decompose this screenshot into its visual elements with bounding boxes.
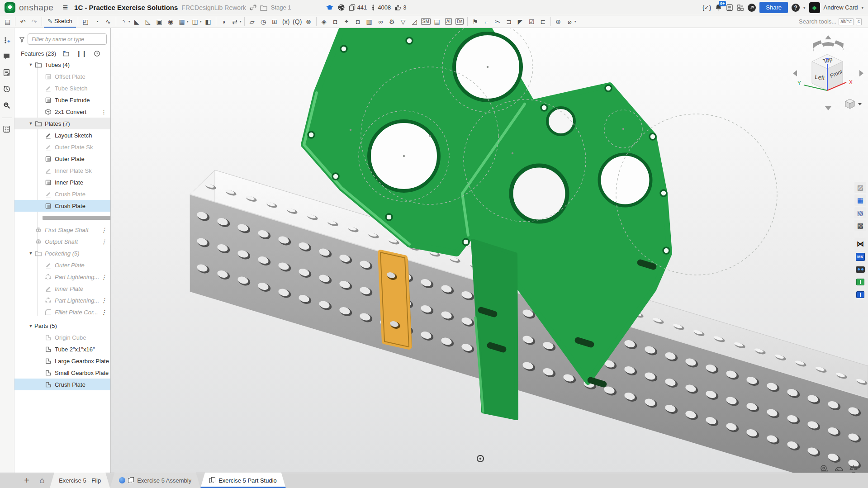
helix-icon[interactable]: ◷ [258, 16, 269, 27]
tasks-list-icon[interactable] [726, 4, 733, 11]
education-cap-icon[interactable] [326, 4, 334, 11]
history-icon[interactable] [3, 85, 12, 94]
app-store-grid-icon[interactable] [737, 4, 744, 11]
user-menu-caret-icon[interactable]: ▾ [861, 5, 863, 10]
sheet-metal-model-icon[interactable]: ⚑ [470, 16, 481, 27]
tree-item[interactable]: ▼Pocketing (5) [14, 247, 110, 259]
document-tab[interactable]: Exercise 5 Assembly [110, 473, 200, 488]
measure-icon[interactable]: ⌀ [564, 16, 575, 27]
tree-item[interactable]: Output Shaft⋮ [14, 236, 110, 247]
feature-list-panel-toggle-icon[interactable]: ▤ [2, 16, 13, 27]
flange-icon[interactable]: ⌐ [481, 16, 492, 27]
insert-feature-icon[interactable]: ⊕ [553, 16, 564, 27]
tree-item[interactable]: Large Gearbox Plate [14, 355, 110, 367]
tree-item[interactable]: Part Lightening...⋮ [14, 271, 110, 283]
tree-item[interactable]: Layout Sketch [14, 129, 110, 141]
mk-tool[interactable]: MK [854, 251, 866, 262]
robot-feature-b-icon[interactable]: ◘ [352, 16, 364, 27]
tree-item[interactable]: Outer Plate Sk [14, 141, 110, 153]
notifications-bell-icon[interactable]: 9+ [715, 4, 722, 11]
hole-icon[interactable]: ◉ [165, 16, 176, 27]
custom-cube-feature-icon[interactable]: ◈ [318, 16, 330, 27]
plane-icon[interactable]: ▱ [247, 16, 258, 27]
view-right-arrow[interactable] [859, 70, 863, 76]
tree-item[interactable]: Crush Plate [14, 188, 110, 200]
tree-item[interactable]: Small Gearbox Plate [14, 367, 110, 379]
public-globe-icon[interactable] [337, 4, 345, 11]
fillet-icon[interactable]: ◝ [118, 16, 129, 27]
document-tab[interactable]: Exercise 5 Part Studio [200, 473, 286, 488]
tree-item[interactable]: Inner Plate [14, 176, 110, 188]
feature-script-check-icon[interactable]: {✓} [702, 4, 711, 11]
ai-feature-icon[interactable]: Ai [443, 16, 454, 27]
pin-feature-icon[interactable]: ⌖ [341, 16, 352, 27]
filter-funnel-icon[interactable] [19, 36, 25, 43]
robot-tool[interactable] [854, 264, 866, 275]
tree-item[interactable]: Crush Plate [14, 379, 110, 390]
item-context-dots-icon[interactable]: ⋮ [101, 297, 107, 304]
linear-pattern-caret-icon[interactable]: ▾ [187, 19, 189, 24]
item-context-dots-icon[interactable]: ⋮ [101, 309, 107, 316]
tree-item[interactable]: Origin Cube [14, 332, 110, 343]
iso-view-cube-button[interactable] [845, 99, 854, 109]
onshape-logo-icon[interactable] [5, 2, 15, 13]
tree-chevron-icon[interactable]: ▼ [27, 251, 34, 256]
versions-history-icon[interactable] [3, 36, 12, 45]
tree-item[interactable]: ▼Plates (7) [14, 118, 110, 129]
sheet-check-icon[interactable]: ☑ [526, 16, 537, 27]
sheet-metal-sm-icon[interactable]: SM [420, 16, 432, 27]
rotate-right-arrow[interactable] [828, 40, 844, 52]
share-button[interactable]: Share [759, 2, 788, 13]
model-viewport[interactable]: Top Left Front Z X Y [111, 28, 868, 473]
transform-caret-icon[interactable]: ▾ [240, 19, 242, 24]
boolean-caret-icon[interactable]: ▾ [200, 19, 202, 24]
tree-item[interactable]: Fillet Plate Cor...⋮ [14, 306, 110, 318]
mirror-icon[interactable]: ◑ [218, 16, 229, 27]
tree-item[interactable]: 2x1 Convert⋮ [14, 106, 110, 118]
redo-icon[interactable]: ↷ [28, 16, 40, 27]
document-tab[interactable]: Exercise 5 - Flip [50, 473, 110, 488]
linear-pattern-icon[interactable]: ▦ [176, 16, 188, 27]
grid-robot-tool[interactable]: ▩ [854, 220, 866, 231]
comments-icon[interactable] [3, 52, 12, 62]
folder-icon[interactable] [260, 5, 267, 11]
blue-book-tool[interactable] [854, 289, 866, 300]
tree-item[interactable]: Tube 2"x1"x16" [14, 343, 110, 355]
derived-icon[interactable]: ⊞ [269, 16, 280, 27]
plate-feature-icon[interactable]: ▥ [364, 16, 375, 27]
tree-chevron-icon[interactable]: ▼ [27, 324, 34, 328]
sweep-icon[interactable]: ∿ [103, 16, 114, 27]
transform-icon[interactable]: ⇄ [229, 16, 241, 27]
rollback-bar[interactable] [43, 216, 111, 220]
document-title[interactable]: 1C - Practice Exercise Solutions [74, 4, 178, 11]
view-down-arrow[interactable] [825, 106, 831, 110]
tree-item[interactable]: Inner Plate [14, 283, 110, 294]
toolbar-search[interactable]: Search tools...alt/⌥c [799, 18, 862, 25]
item-context-dots-icon[interactable]: ⋮ [101, 238, 107, 245]
add-tab-button[interactable]: + [19, 473, 34, 488]
chamfer-icon[interactable]: ◣ [131, 16, 142, 27]
tree-item[interactable]: Tube Sketch [14, 82, 110, 94]
tree-item[interactable]: Crush Plate [14, 200, 110, 212]
help-caret-icon[interactable]: ▾ [803, 5, 806, 10]
ds-feature-icon[interactable]: Ds [454, 16, 465, 27]
revolve-icon[interactable]: ◔ [91, 16, 103, 27]
link-icon[interactable] [250, 4, 256, 11]
split-icon[interactable]: ◧ [203, 16, 214, 27]
film-feature-icon[interactable]: ▤ [432, 16, 443, 27]
grid-cube-tool[interactable]: ▦ [854, 194, 866, 206]
search-in-document-icon[interactable] [3, 101, 12, 110]
main-menu-icon[interactable]: ≡ [60, 2, 71, 13]
filter-feature-icon[interactable]: ▽ [398, 16, 409, 27]
sheet-cut-icon[interactable]: ✂ [492, 16, 503, 27]
sketch-button[interactable]: ✎Sketch [44, 16, 76, 28]
configurations-icon[interactable]: (Q) [292, 16, 303, 27]
avatar[interactable]: ◆ [809, 2, 820, 13]
shell-icon[interactable]: ▣ [154, 16, 165, 27]
tree-item[interactable]: Part Lightening...⋮ [14, 294, 110, 306]
tree-chevron-icon[interactable]: ▼ [27, 121, 34, 126]
view-cube[interactable]: Top Left Front Z X Y [792, 34, 864, 116]
item-context-dots-icon[interactable]: ⋮ [101, 227, 107, 233]
checklist-icon[interactable] [3, 125, 12, 134]
add-folder-icon[interactable] [62, 50, 70, 57]
